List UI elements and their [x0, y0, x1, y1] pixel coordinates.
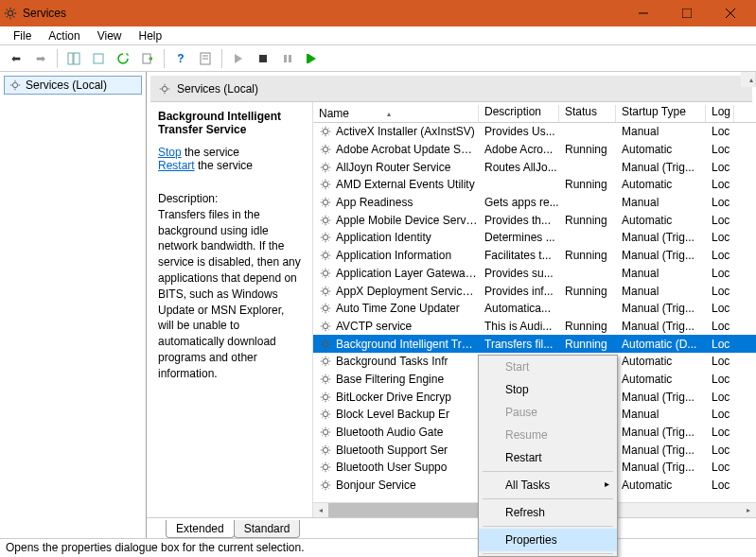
- context-refresh[interactable]: Refresh: [479, 501, 617, 524]
- svg-point-29: [323, 323, 327, 328]
- context-stop[interactable]: Stop: [479, 378, 617, 401]
- toolbar: ⬅ ➡ ?: [0, 45, 756, 72]
- start-service-button[interactable]: [228, 48, 249, 69]
- back-button[interactable]: ⬅: [6, 48, 26, 69]
- restart-link[interactable]: Restart: [158, 159, 195, 172]
- stop-link[interactable]: Stop: [158, 146, 182, 159]
- service-row[interactable]: Adobe Acrobat Update Ser...Adobe Acro...…: [313, 141, 756, 159]
- tab-standard[interactable]: Standard: [234, 520, 301, 538]
- window-title: Services: [23, 7, 622, 20]
- service-name: Background Intelligent Tran...: [336, 338, 478, 351]
- service-log: Loc: [706, 302, 734, 315]
- menu-file[interactable]: File: [6, 27, 39, 44]
- gear-icon: [319, 408, 332, 421]
- service-row[interactable]: AppX Deployment Service (...Provides inf…: [313, 282, 756, 300]
- service-row[interactable]: ActiveX Installer (AxInstSV)Provides Us.…: [313, 123, 756, 141]
- export-list-button[interactable]: [137, 48, 158, 69]
- detail-title: Background Intelligent Transfer Service: [158, 110, 301, 136]
- context-start: Start: [479, 356, 617, 378]
- column-log[interactable]: Log: [706, 105, 734, 122]
- service-name: Bluetooth User Suppo: [336, 461, 447, 474]
- service-status: Running: [559, 214, 616, 227]
- service-description: Routes AllJo...: [479, 161, 559, 174]
- service-row[interactable]: AVCTP serviceThis is Audi...RunningManua…: [313, 318, 756, 336]
- list-header: Name▴ Description Status Startup Type Lo…: [313, 102, 756, 123]
- gear-icon: [319, 338, 332, 351]
- service-log: Loc: [706, 125, 734, 138]
- stop-service-button[interactable]: [253, 48, 273, 69]
- context-restart[interactable]: Restart: [479, 446, 617, 469]
- context-properties[interactable]: Properties: [479, 529, 617, 551]
- service-description: Provides inf...: [479, 285, 559, 298]
- service-row[interactable]: AllJoyn Router ServiceRoutes AllJo...Man…: [313, 158, 756, 176]
- refresh-button[interactable]: [113, 48, 133, 69]
- restart-service-button[interactable]: [302, 48, 323, 69]
- maximize-button[interactable]: [665, 0, 709, 26]
- properties-button[interactable]: [195, 48, 216, 69]
- service-row[interactable]: Application InformationFacilitates t...R…: [313, 247, 756, 265]
- service-row[interactable]: Application Layer Gateway ...Provides su…: [313, 265, 756, 283]
- service-row[interactable]: AMD External Events UtilityRunningAutoma…: [313, 176, 756, 194]
- service-startup: Manual (Trig...: [616, 426, 706, 439]
- service-name: Block Level Backup Er: [336, 408, 449, 421]
- service-description: Provides th...: [479, 214, 559, 227]
- svg-point-23: [323, 218, 327, 222]
- gear-icon: [319, 231, 332, 244]
- column-startup[interactable]: Startup Type: [616, 105, 706, 122]
- tab-extended[interactable]: Extended: [166, 520, 235, 538]
- svg-point-17: [162, 86, 167, 91]
- column-status[interactable]: Status: [559, 105, 616, 122]
- help-button[interactable]: ?: [170, 48, 191, 69]
- minimize-button[interactable]: [622, 0, 665, 26]
- service-startup: Manual (Trig...: [616, 161, 706, 174]
- context-resume: Resume: [479, 424, 617, 446]
- svg-point-30: [323, 341, 327, 346]
- export-button[interactable]: [88, 48, 109, 69]
- menu-action[interactable]: Action: [41, 27, 87, 44]
- service-name: Base Filtering Engine: [336, 373, 444, 386]
- column-name[interactable]: Name▴: [313, 105, 479, 122]
- gear-icon: [319, 479, 332, 492]
- forward-button[interactable]: ➡: [30, 48, 51, 69]
- svg-rect-2: [682, 9, 692, 18]
- service-startup: Manual (Trig...: [616, 302, 706, 315]
- service-name: AllJoyn Router Service: [336, 161, 450, 174]
- service-startup: Manual (Trig...: [616, 391, 706, 404]
- gear-icon: [319, 373, 332, 386]
- svg-point-18: [323, 130, 327, 134]
- scroll-right-arrow[interactable]: ▸: [741, 503, 756, 517]
- scroll-left-arrow[interactable]: ◂: [313, 503, 328, 517]
- service-row[interactable]: Application IdentityDetermines ...Manual…: [313, 229, 756, 247]
- pause-service-button[interactable]: [277, 48, 298, 69]
- show-hide-button[interactable]: [63, 48, 84, 69]
- svg-rect-15: [307, 54, 308, 63]
- svg-point-35: [323, 429, 327, 434]
- gear-icon: [319, 285, 332, 298]
- column-description[interactable]: Description: [479, 105, 559, 122]
- service-row[interactable]: App ReadinessGets apps re...ManualLoc: [313, 194, 756, 212]
- tabs: Extended Standard: [147, 517, 756, 538]
- page-header-title: Services (Local): [177, 82, 258, 96]
- service-description: Provides su...: [479, 267, 559, 280]
- service-row[interactable]: Apple Mobile Device ServiceProvides th..…: [313, 211, 756, 229]
- menu-view[interactable]: View: [90, 27, 130, 44]
- service-log: Loc: [706, 338, 734, 351]
- gear-icon: [319, 320, 332, 333]
- close-button[interactable]: [709, 0, 752, 26]
- svg-point-37: [323, 465, 327, 470]
- service-name: AppX Deployment Service (...: [336, 285, 478, 298]
- svg-point-32: [323, 376, 327, 381]
- service-log: Loc: [706, 285, 734, 298]
- svg-rect-13: [284, 55, 287, 62]
- svg-point-38: [323, 482, 327, 487]
- service-log: Loc: [706, 267, 734, 280]
- svg-point-20: [323, 165, 327, 169]
- tree-item-services-local[interactable]: Services (Local): [4, 76, 142, 95]
- services-icon: [4, 7, 17, 20]
- service-row[interactable]: Auto Time Zone UpdaterAutomatica...Manua…: [313, 300, 756, 318]
- service-log: Loc: [706, 196, 734, 209]
- menu-help[interactable]: Help: [132, 27, 170, 44]
- context-all-tasks[interactable]: All Tasks▸: [479, 474, 617, 496]
- service-log: Loc: [706, 320, 734, 333]
- service-row[interactable]: Background Intelligent Tran...Transfers …: [313, 335, 756, 353]
